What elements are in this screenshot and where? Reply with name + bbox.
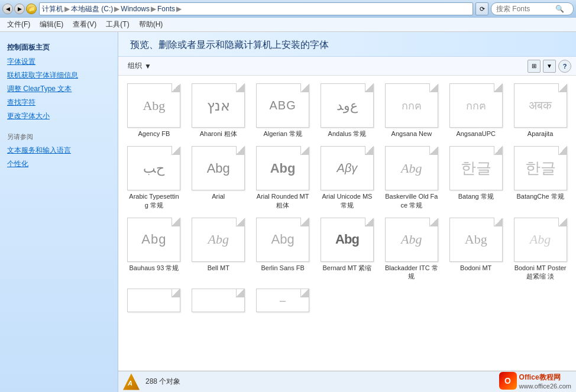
path-windows[interactable]: Windows bbox=[121, 5, 150, 13]
font-icon-algerian: ABG bbox=[256, 83, 309, 128]
menu-tools[interactable]: 工具(T) bbox=[101, 18, 134, 31]
path-computer[interactable]: 计算机 bbox=[42, 4, 63, 14]
font-item-row4-3[interactable]: – bbox=[252, 286, 314, 317]
font-name-arial-unicode: Arial Unicode MS 常规 bbox=[321, 192, 374, 209]
menu-edit[interactable]: 编辑(E) bbox=[35, 18, 68, 31]
font-item-batang[interactable]: 한글 Batang 常规 bbox=[445, 143, 507, 212]
font-name-blackadder: Blackadder ITC 常规 bbox=[385, 264, 438, 281]
font-icon-bodoni-mt-poster: Abg bbox=[514, 218, 567, 262]
font-item-arial[interactable]: Abg Arial bbox=[187, 143, 250, 212]
font-item-bernard-mt[interactable]: Abg Bernard MT 紧缩 bbox=[316, 215, 378, 284]
font-name-arial-rounded: Arial Rounded MT 粗体 bbox=[256, 192, 309, 209]
search-icon: 🔍 bbox=[555, 5, 564, 13]
sidebar-link-find-char[interactable]: 查找字符 bbox=[0, 96, 118, 109]
main-container: 控制面板主页 字体设置 联机获取字体详细信息 调整 ClearType 文本 查… bbox=[0, 32, 576, 392]
search-box[interactable]: 🔍 bbox=[491, 2, 574, 15]
font-icon-row4-1 bbox=[127, 289, 180, 312]
sidebar-link-font-settings[interactable]: 字体设置 bbox=[0, 55, 118, 69]
watermark-site-title: Office教程网 bbox=[519, 372, 571, 383]
path-drive[interactable]: 本地磁盘 (C:) bbox=[71, 4, 113, 14]
sep1: ▶ bbox=[64, 5, 70, 13]
font-item-berlin-sans[interactable]: Abg Berlin Sans FB bbox=[252, 215, 314, 284]
font-item-algerian[interactable]: ABG Algerian 常规 bbox=[252, 80, 314, 141]
sidebar-link-text-services[interactable]: 文本服务和输入语言 bbox=[0, 144, 118, 157]
organize-arrow-icon: ▼ bbox=[144, 62, 151, 70]
sep2: ▶ bbox=[114, 5, 119, 13]
folder-icon-btn[interactable]: 📁 bbox=[26, 4, 37, 14]
status-count: 288 个对象 bbox=[145, 377, 180, 387]
organize-button[interactable]: 组织 ▼ bbox=[123, 59, 156, 73]
path-fonts[interactable]: Fonts bbox=[157, 5, 175, 13]
font-item-arial-unicode[interactable]: Aβγ Arial Unicode MS 常规 bbox=[316, 143, 378, 212]
font-icon-arial-unicode: Aβγ bbox=[321, 146, 374, 190]
menu-help[interactable]: 帮助(H) bbox=[134, 18, 168, 31]
toolbar-right: ⊞ ▼ ? bbox=[528, 60, 571, 73]
watermark-text-block: Office教程网 www.office26.com bbox=[519, 372, 571, 390]
font-icon-aharoni: אנץ bbox=[192, 83, 245, 128]
font-item-baskerville[interactable]: Abg Baskerville Old Face 常规 bbox=[380, 143, 442, 212]
font-icon-batangche: 한글 bbox=[514, 146, 567, 190]
font-item-row4-2[interactable] bbox=[187, 286, 250, 317]
font-name-algerian: Algerian 常规 bbox=[263, 129, 302, 138]
font-icon-row4-2 bbox=[192, 289, 245, 312]
font-name-aharoni: Aharoni 粗体 bbox=[200, 129, 237, 138]
address-bar[interactable]: 计算机 ▶ 本地磁盘 (C:) ▶ Windows ▶ Fonts ▶ bbox=[39, 2, 473, 15]
forward-button[interactable]: ▶ bbox=[14, 4, 25, 14]
font-icon-bauhaus: Abg bbox=[127, 218, 180, 262]
font-icon-arabic-typesetting: ﺡﺐ bbox=[127, 146, 180, 190]
search-input[interactable] bbox=[496, 5, 555, 13]
font-item-bodoni-mt-poster[interactable]: Abg Bodoni MT Poster 超紧缩 淡 bbox=[509, 215, 571, 284]
font-item-row4-1[interactable] bbox=[123, 286, 185, 317]
font-item-agency-fb[interactable]: Abg Agency FB bbox=[123, 80, 185, 141]
content-area: 预览、删除或者显示和隐藏计算机上安装的字体 组织 ▼ ⊞ ▼ ? Abg bbox=[118, 32, 576, 392]
font-name-angsanaupc: AngsanaUPC bbox=[456, 129, 496, 138]
sidebar-title: 控制面板主页 bbox=[0, 38, 118, 55]
help-button[interactable]: ? bbox=[558, 60, 571, 73]
sidebar-also-see: 另请参阅 文本服务和输入语言 个性化 bbox=[0, 130, 118, 171]
sidebar-link-online-font[interactable]: 联机获取字体详细信息 bbox=[0, 69, 118, 82]
font-icon-blackadder: Abg bbox=[385, 218, 438, 262]
sidebar-link-cleartype[interactable]: 调整 ClearType 文本 bbox=[0, 82, 118, 96]
font-name-batangche: BatangChe 常规 bbox=[517, 192, 564, 200]
menu-file[interactable]: 文件(F) bbox=[2, 18, 35, 31]
back-button[interactable]: ◀ bbox=[2, 4, 13, 14]
font-name-andalus: Andalus 常规 bbox=[328, 129, 367, 138]
menu-view[interactable]: 查看(V) bbox=[68, 18, 101, 31]
font-icon-row4-3: – bbox=[256, 289, 309, 312]
font-item-bodoni-mt[interactable]: Abg Bodoni MT bbox=[445, 215, 507, 284]
font-icon-arial-rounded: Abg bbox=[256, 146, 309, 190]
font-item-bauhaus[interactable]: Abg Bauhaus 93 常规 bbox=[123, 215, 185, 284]
refresh-button[interactable]: ⟳ bbox=[475, 2, 488, 15]
font-triangle-letter: A bbox=[128, 380, 132, 387]
font-item-aharoni[interactable]: אנץ Aharoni 粗体 bbox=[187, 80, 250, 141]
font-name-bodoni-mt: Bodoni MT bbox=[460, 264, 491, 272]
font-icon-berlin-sans: Abg bbox=[256, 218, 309, 262]
font-item-bell-mt[interactable]: Abg Bell MT bbox=[187, 215, 250, 284]
sidebar-link-change-size[interactable]: 更改字体大小 bbox=[0, 109, 118, 123]
font-name-bernard-mt: Bernard MT 紧缩 bbox=[323, 264, 372, 272]
sidebar-link-personalize[interactable]: 个性化 bbox=[0, 157, 118, 171]
menu-bar: 文件(F) 编辑(E) 查看(V) 工具(T) 帮助(H) bbox=[0, 18, 576, 32]
title-bar: ◀ ▶ 📁 计算机 ▶ 本地磁盘 (C:) ▶ Windows ▶ Fonts … bbox=[0, 0, 576, 18]
sidebar: 控制面板主页 字体设置 联机获取字体详细信息 调整 ClearType 文本 查… bbox=[0, 32, 118, 392]
font-icon-aparajita: अबक bbox=[514, 83, 567, 128]
font-item-angsana-new[interactable]: กกฅ Angsana New bbox=[380, 80, 442, 141]
font-icon-batang: 한글 bbox=[449, 146, 503, 190]
font-icon-bell-mt: Abg bbox=[192, 218, 245, 262]
font-item-batangche[interactable]: 한글 BatangChe 常规 bbox=[509, 143, 571, 212]
view-dropdown-button[interactable]: ▼ bbox=[543, 60, 556, 73]
font-item-andalus[interactable]: ﻉﻭﺪ Andalus 常规 bbox=[316, 80, 378, 141]
view-toggle-button[interactable]: ⊞ bbox=[528, 60, 541, 73]
font-item-blackadder[interactable]: Abg Blackadder ITC 常规 bbox=[380, 215, 442, 284]
watermark: O Office教程网 www.office26.com bbox=[499, 372, 571, 390]
font-name-arabic-typesetting: Arabic Typesetting 常规 bbox=[127, 192, 180, 209]
font-item-aparajita[interactable]: अबक Aparajita bbox=[509, 80, 571, 141]
font-item-arabic-typesetting[interactable]: ﺡﺐ Arabic Typesetting 常规 bbox=[123, 143, 185, 212]
font-grid-container[interactable]: Abg Agency FB אנץ Aharoni 粗体 ABG Algeria… bbox=[118, 76, 576, 371]
address-path: 计算机 ▶ 本地磁盘 (C:) ▶ Windows ▶ Fonts ▶ bbox=[42, 4, 182, 14]
font-item-angsanaupc[interactable]: กกฅ AngsanaUPC bbox=[445, 80, 507, 141]
font-name-agency-fb: Agency FB bbox=[138, 129, 170, 138]
font-item-arial-rounded[interactable]: Abg Arial Rounded MT 粗体 bbox=[252, 143, 314, 212]
font-icon-arial: Abg bbox=[192, 146, 245, 190]
font-icon-baskerville: Abg bbox=[385, 146, 438, 190]
